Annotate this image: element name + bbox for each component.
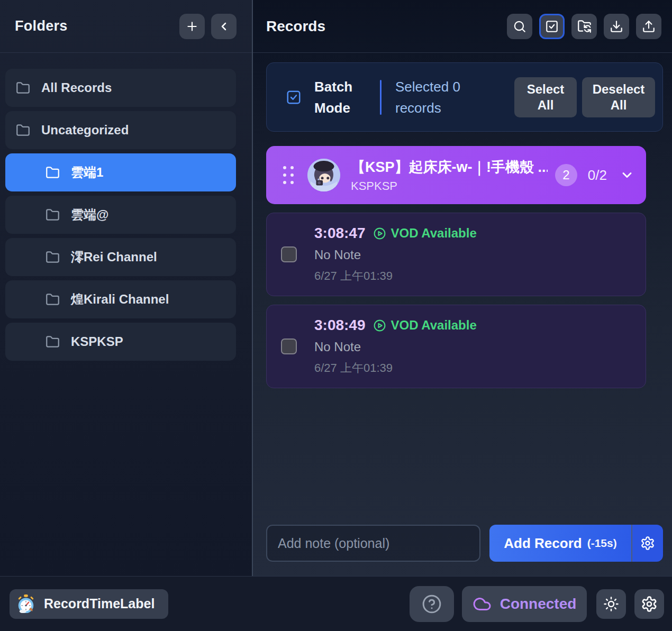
selected-count-text: Selected 0 records	[395, 76, 489, 118]
plus-icon	[185, 20, 199, 33]
channel-name: KSPKSP	[351, 179, 548, 193]
add-record-label: Add Record	[504, 535, 582, 552]
import-button[interactable]	[604, 14, 629, 39]
records-header: Records	[253, 0, 672, 53]
sun-icon	[603, 596, 619, 612]
channel-avatar	[307, 159, 340, 191]
collapse-sidebar-button[interactable]	[211, 14, 237, 39]
record-card[interactable]: 3:08:49 VOD Available No Note 6/27 上午01:…	[266, 305, 646, 388]
add-folder-button[interactable]	[179, 14, 205, 39]
folder-item-cloud-at[interactable]: 雲端@	[5, 196, 236, 234]
records-toolbar	[507, 14, 661, 39]
record-count-badge: 2	[555, 164, 577, 186]
record-time: 3:08:47	[314, 225, 366, 242]
record-card[interactable]: 3:08:47 VOD Available No Note 6/27 上午01:…	[266, 213, 646, 296]
folders-title: Folders	[15, 18, 179, 34]
app-title-pill: RecordTimeLabel	[10, 589, 168, 619]
settings-button[interactable]	[634, 589, 664, 619]
upload-icon	[642, 20, 656, 33]
vod-status: VOD Available	[373, 318, 477, 333]
add-record-split-button: Add Record (-15s)	[489, 525, 663, 562]
gear-icon	[640, 536, 655, 551]
channel-titles: 【KSP】起床床-w-｜!手機殼 ... KSPKSP	[351, 158, 548, 193]
batch-mode-label: Batch Mode	[314, 76, 368, 118]
chevron-left-icon	[217, 20, 230, 33]
channel-group-header[interactable]: 【KSP】起床床-w-｜!手機殼 ... KSPKSP 2 0/2	[266, 146, 646, 204]
batch-mode-bar: Batch Mode Selected 0 records Select All…	[266, 62, 663, 132]
check-square-icon	[286, 89, 302, 105]
folder-icon	[46, 166, 60, 180]
play-circle-icon	[373, 227, 386, 240]
stopwatch-icon	[16, 594, 36, 614]
folder-icon	[46, 292, 60, 307]
cloud-icon	[473, 595, 492, 614]
drag-handle-icon[interactable]	[283, 166, 294, 184]
vod-status-label: VOD Available	[391, 318, 477, 333]
folder-item-kirali-channel[interactable]: 煌Kirali Channel	[5, 280, 236, 318]
search-icon	[513, 20, 526, 33]
folder-label: 澪Rei Channel	[71, 249, 157, 266]
folder-label: 雲端@	[71, 206, 108, 223]
folder-label: All Records	[41, 80, 112, 95]
gear-icon	[641, 596, 658, 612]
folder-item-rei-channel[interactable]: 澪Rei Channel	[5, 238, 236, 276]
record-time: 3:08:49	[314, 317, 366, 334]
check-square-icon	[545, 20, 559, 33]
download-icon	[610, 20, 623, 33]
folder-icon	[16, 123, 30, 138]
records-title: Records	[266, 18, 507, 35]
select-all-button[interactable]: Select All	[514, 77, 577, 117]
record-list: 【KSP】起床床-w-｜!手機殼 ... KSPKSP 2 0/2 3:08:4…	[253, 132, 672, 525]
record-timestamp: 6/27 上午01:39	[314, 360, 477, 376]
note-input[interactable]	[266, 525, 480, 562]
stream-title: 【KSP】起床床-w-｜!手機殼 ...	[351, 158, 548, 177]
connection-status-label: Connected	[500, 596, 577, 612]
records-panel: Records	[253, 0, 672, 576]
folder-label: 煌Kirali Channel	[71, 291, 169, 308]
folder-icon	[16, 81, 30, 95]
sidebar-actions	[179, 14, 237, 39]
app-name: RecordTimeLabel	[44, 596, 155, 611]
folder-icon	[46, 335, 60, 349]
add-record-row: Add Record (-15s)	[266, 525, 663, 562]
folder-label: KSPKSP	[71, 334, 123, 349]
batch-divider	[380, 80, 382, 115]
folder-item-all-records[interactable]: All Records	[5, 69, 236, 107]
help-button[interactable]	[410, 586, 454, 622]
status-footer: RecordTimeLabel Connected	[0, 576, 672, 631]
record-checkbox[interactable]	[281, 246, 297, 262]
move-to-folder-button[interactable]	[571, 14, 597, 39]
folder-label: 雲端1	[71, 164, 103, 181]
record-timestamp: 6/27 上午01:39	[314, 268, 477, 284]
folder-item-kspksp[interactable]: KSPKSP	[5, 323, 236, 361]
batch-mode-button[interactable]	[539, 14, 565, 39]
folder-item-cloud1[interactable]: 雲端1	[5, 153, 236, 191]
folder-icon	[46, 250, 60, 264]
play-circle-icon	[373, 319, 386, 332]
folder-icon	[46, 208, 60, 222]
search-button[interactable]	[507, 14, 532, 39]
export-button[interactable]	[636, 14, 661, 39]
selected-progress: 0/2	[588, 167, 607, 184]
folders-sidebar: Folders	[0, 0, 253, 576]
theme-toggle-button[interactable]	[596, 589, 626, 619]
vod-status-label: VOD Available	[391, 226, 477, 241]
content-area: Folders	[0, 0, 672, 576]
chevron-down-icon[interactable]	[620, 168, 634, 182]
app-window: Folders	[0, 0, 672, 631]
folder-list: All Records Uncategorized 雲端1	[0, 53, 252, 370]
help-circle-icon	[421, 593, 442, 615]
record-checkbox[interactable]	[281, 339, 297, 354]
add-record-offset: (-15s)	[587, 537, 617, 550]
folder-item-uncategorized[interactable]: Uncategorized	[5, 111, 236, 149]
record-note: No Note	[314, 340, 477, 354]
record-body: 3:08:49 VOD Available No Note 6/27 上午01:…	[314, 317, 477, 376]
add-record-button[interactable]: Add Record (-15s)	[489, 525, 631, 562]
folder-label: Uncategorized	[41, 123, 129, 138]
sidebar-header: Folders	[0, 0, 252, 53]
vod-status: VOD Available	[373, 226, 477, 241]
record-note: No Note	[314, 248, 477, 262]
deselect-all-button[interactable]: Deselect All	[582, 77, 655, 117]
connection-status-button[interactable]: Connected	[462, 586, 587, 622]
add-record-settings-button[interactable]	[631, 525, 663, 562]
